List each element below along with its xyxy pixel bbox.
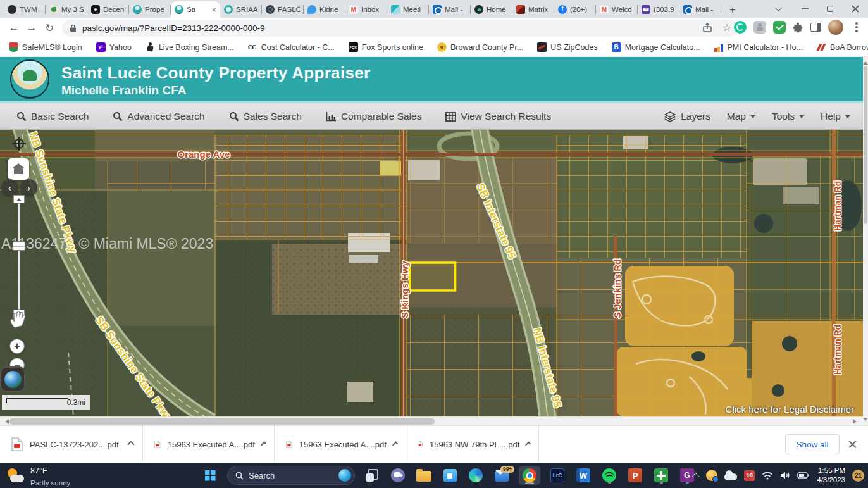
taskbar-search-box[interactable]: Search xyxy=(227,466,355,485)
notification-badge[interactable]: 21 xyxy=(852,470,864,482)
browser-tab-welcome[interactable]: Welco xyxy=(596,1,638,18)
horizontal-scrollbar[interactable] xyxy=(0,416,863,425)
map-zoom-slider-handle[interactable] xyxy=(13,241,25,251)
task-view-button[interactable] xyxy=(363,466,381,484)
nav-basic-search[interactable]: Basic Search xyxy=(16,111,89,122)
map-forward-button[interactable]: › xyxy=(20,179,37,196)
window-close-button[interactable] xyxy=(843,0,868,18)
highlighted-parcel[interactable] xyxy=(410,263,456,291)
bookmark-boxing[interactable]: Live Boxing Stream... xyxy=(146,42,234,52)
word-button[interactable]: W xyxy=(574,466,592,484)
spotify-button[interactable] xyxy=(600,466,618,484)
download-item-4[interactable]: 15963 NW 79th PL....pdf xyxy=(406,426,539,463)
edge-button[interactable] xyxy=(467,466,485,484)
map-globe-button[interactable] xyxy=(0,366,25,392)
puzzle-extensions-icon[interactable] xyxy=(793,22,803,33)
browser-tab-matrix[interactable]: Matrix xyxy=(512,1,554,18)
scroll-right-icon[interactable] xyxy=(853,419,859,424)
chevron-up-icon[interactable] xyxy=(261,441,266,447)
green-app-button[interactable] xyxy=(652,466,670,484)
county-seal-logo[interactable] xyxy=(10,59,49,99)
nav-advanced-search[interactable]: Advanced Search xyxy=(113,111,204,122)
download-item-3[interactable]: 15963 Executed A....pdf xyxy=(275,426,406,463)
nav-view-search-results[interactable]: View Search Results xyxy=(445,111,551,122)
browser-tab-active-saint-lucie[interactable]: Sa× xyxy=(171,1,220,18)
bookmark-boa[interactable]: BoA Borrower Portal xyxy=(817,42,868,52)
forward-icon[interactable]: → xyxy=(23,22,40,34)
map-canvas[interactable]: A11362473 © Miami MLS® 2023 Orange Ave N… xyxy=(0,130,863,416)
bookmark-broward[interactable]: Broward County Pr... xyxy=(437,42,523,52)
browser-tab-decen[interactable]: Decen xyxy=(87,1,129,18)
checkmark-extension-icon[interactable] xyxy=(773,21,786,34)
store-button[interactable] xyxy=(441,466,459,484)
browser-tab-twm[interactable]: TWM xyxy=(4,1,46,18)
back-icon[interactable]: ← xyxy=(5,22,23,34)
grammarly-extension-icon[interactable] xyxy=(734,21,747,34)
url-text[interactable]: paslc.gov/map/?ParcelID=2313-222-0000-00… xyxy=(82,23,265,33)
bookmark-cost-calculator[interactable]: Cost Calculator - C... xyxy=(248,42,335,52)
chevron-up-icon[interactable] xyxy=(127,441,134,447)
side-panel-icon[interactable] xyxy=(810,23,821,32)
taskbar-weather-widget[interactable]: 87°FPartly sunny xyxy=(6,465,70,488)
nav-layers[interactable]: Layers xyxy=(664,111,710,122)
onedrive-cloud-icon[interactable] xyxy=(724,473,737,480)
show-all-downloads-button[interactable]: Show all xyxy=(785,434,840,454)
file-explorer-button[interactable] xyxy=(415,466,433,484)
map-zoom-in-button[interactable]: + xyxy=(9,339,25,354)
browser-tab-meeting[interactable]: Meeti xyxy=(387,1,429,18)
volume-icon[interactable] xyxy=(780,471,790,480)
bookmark-star-icon[interactable]: ☆ xyxy=(722,23,731,33)
scroll-left-icon[interactable] xyxy=(3,419,9,424)
bookmark-mortgage[interactable]: Mortgage Calculato... xyxy=(612,42,700,52)
bookmark-fox-sports[interactable]: Fox Sports online xyxy=(349,42,423,52)
gray-extension-icon[interactable] xyxy=(753,21,766,34)
bookmark-safemls[interactable]: SafeMLS® Login xyxy=(9,42,82,52)
start-button[interactable] xyxy=(201,466,219,484)
map-zoom-slider-track[interactable] xyxy=(18,203,20,310)
map-zoom-slider-up-button[interactable] xyxy=(13,195,25,203)
mail-button[interactable]: 99+ xyxy=(493,466,511,484)
tray-badge-app-icon[interactable]: 18 xyxy=(744,470,755,481)
browser-tab-facebook[interactable]: (20+) xyxy=(554,1,596,18)
browser-tab-home[interactable]: Home xyxy=(471,1,512,18)
browser-tab-303[interactable]: (303,9 xyxy=(638,1,679,18)
bookmark-zipcodes[interactable]: US ZipCodes xyxy=(537,42,597,52)
nav-sales-search[interactable]: Sales Search xyxy=(229,111,302,122)
bookmark-pmi[interactable]: PMI Calculator - Ho... xyxy=(714,42,803,52)
chrome-button-active[interactable] xyxy=(519,466,540,485)
window-minimize-button[interactable] xyxy=(792,0,817,18)
tray-quickbooks-icon[interactable] xyxy=(706,470,717,481)
nav-tools-dropdown[interactable]: Tools xyxy=(772,111,804,122)
browser-tab-paslc[interactable]: PASLC xyxy=(262,1,304,18)
battery-icon[interactable] xyxy=(797,472,810,479)
nav-map-dropdown[interactable]: Map xyxy=(727,111,755,122)
download-item-2[interactable]: 15963 Executed A....pdf xyxy=(143,426,275,463)
tab-search-chevron-icon[interactable] xyxy=(767,0,792,18)
vertical-scroll-thumb[interactable] xyxy=(864,66,867,224)
scroll-down-icon[interactable] xyxy=(863,418,868,423)
teams-chat-button[interactable] xyxy=(389,466,407,484)
browser-tab-my3[interactable]: My 3 S xyxy=(46,1,87,18)
download-item-1[interactable]: PASLC-13723-202....pdf xyxy=(0,426,143,463)
bookmark-yahoo[interactable]: Yahoo xyxy=(96,42,132,52)
browser-tab-inbox[interactable]: Inbox xyxy=(345,1,387,18)
scroll-up-icon[interactable] xyxy=(863,59,868,65)
browser-tab-prope[interactable]: Prope xyxy=(129,1,171,18)
close-downloads-bar-icon[interactable] xyxy=(848,441,857,449)
nav-comparable-sales[interactable]: Comparable Sales xyxy=(326,111,422,122)
browser-tab-kidney[interactable]: Kidne xyxy=(304,1,345,18)
reload-icon[interactable]: ↻ xyxy=(40,22,58,35)
powerpoint-button[interactable]: P xyxy=(626,466,644,484)
browser-tab-mail2[interactable]: Mail - xyxy=(679,1,721,18)
map-home-button[interactable] xyxy=(8,158,29,180)
address-bar[interactable]: paslc.gov/map/?ParcelID=2313-222-0000-00… xyxy=(62,20,738,37)
new-tab-button[interactable]: + xyxy=(725,3,740,18)
tab-close-icon[interactable]: × xyxy=(211,6,216,14)
browser-tab-mail1[interactable]: Mail - xyxy=(429,1,471,18)
map-back-button[interactable]: ‹ xyxy=(1,179,18,196)
browser-tab-sriaa[interactable]: SRIAA xyxy=(220,1,262,18)
taskbar-clock[interactable]: 1:55 PM 4/3/2023 xyxy=(817,466,845,485)
window-maximize-button[interactable] xyxy=(817,0,843,18)
browser-menu-icon[interactable] xyxy=(855,26,858,28)
lightroom-button[interactable]: LrC xyxy=(549,466,566,484)
